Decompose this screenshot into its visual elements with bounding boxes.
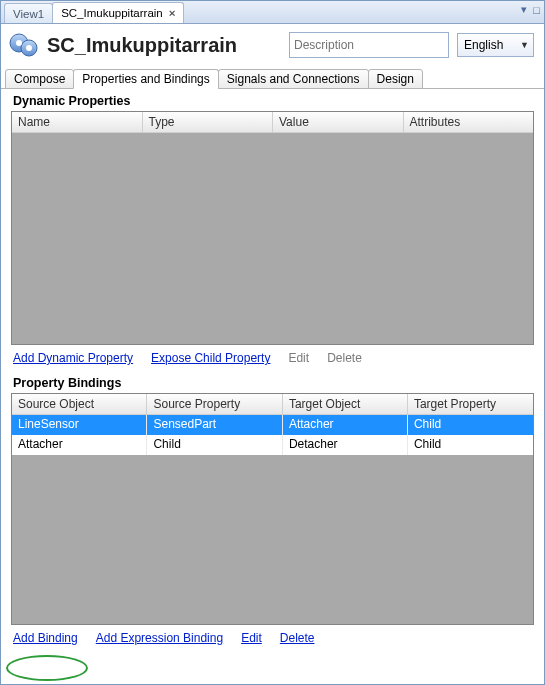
bindings-body: LineSensorSensedPartAttacherChildAttache… (12, 415, 533, 624)
property-bindings-title: Property Bindings (1, 371, 544, 393)
cell: SensedPart (147, 415, 282, 435)
close-icon[interactable]: × (169, 7, 176, 19)
col-attributes[interactable]: Attributes (404, 112, 534, 132)
cell: Attacher (12, 435, 147, 455)
property-bindings-grid[interactable]: Source Object Source Property Target Obj… (11, 393, 534, 625)
chevron-down-icon: ▼ (520, 40, 529, 50)
dynamic-properties-grid[interactable]: Name Type Value Attributes (11, 111, 534, 345)
svg-point-3 (26, 45, 32, 51)
col-target-object[interactable]: Target Object (283, 394, 408, 414)
cell: Child (408, 415, 533, 435)
col-source-object[interactable]: Source Object (12, 394, 147, 414)
delete-binding-link[interactable]: Delete (280, 631, 315, 645)
col-type[interactable]: Type (143, 112, 274, 132)
cell: LineSensor (12, 415, 147, 435)
dynprops-body (12, 133, 533, 344)
window-tab-component[interactable]: SC_Imukuppitarrain × (52, 2, 184, 23)
subtabs: Compose Properties and Bindings Signals … (1, 66, 544, 89)
dynprops-header: Name Type Value Attributes (12, 112, 533, 133)
tab-label: View1 (13, 8, 44, 20)
bindings-header: Source Object Source Property Target Obj… (12, 394, 533, 415)
description-input[interactable] (289, 32, 449, 58)
col-value[interactable]: Value (273, 112, 404, 132)
edit-dynprop-link: Edit (288, 351, 309, 365)
pin-icon[interactable]: ▾ (521, 3, 527, 16)
cell: Child (408, 435, 533, 455)
component-header: SC_Imukuppitarrain English ▼ (1, 24, 544, 66)
col-source-property[interactable]: Source Property (147, 394, 282, 414)
cell: Attacher (283, 415, 408, 435)
language-select[interactable]: English ▼ (457, 33, 534, 57)
tab-signals-connections[interactable]: Signals and Connections (218, 69, 369, 89)
edit-binding-link[interactable]: Edit (241, 631, 262, 645)
cell: Child (147, 435, 282, 455)
add-expression-binding-link[interactable]: Add Expression Binding (96, 631, 223, 645)
svg-point-2 (16, 40, 22, 46)
col-target-property[interactable]: Target Property (408, 394, 533, 414)
dynprops-actions: Add Dynamic Property Expose Child Proper… (1, 345, 544, 371)
expose-child-property-link[interactable]: Expose Child Property (151, 351, 270, 365)
tab-design[interactable]: Design (368, 69, 423, 89)
add-binding-link[interactable]: Add Binding (13, 631, 78, 645)
component-icon (9, 30, 39, 60)
table-row[interactable]: AttacherChildDetacherChild (12, 435, 533, 455)
col-name[interactable]: Name (12, 112, 143, 132)
window-tabstrip: View1 SC_Imukuppitarrain × ▾ □ (1, 1, 544, 24)
language-label: English (464, 38, 503, 52)
bindings-actions: Add Binding Add Expression Binding Edit … (1, 625, 544, 651)
tab-compose[interactable]: Compose (5, 69, 74, 89)
table-row[interactable]: LineSensorSensedPartAttacherChild (12, 415, 533, 435)
highlight-annotation (6, 655, 88, 681)
dynamic-properties-title: Dynamic Properties (1, 89, 544, 111)
tab-properties-bindings[interactable]: Properties and Bindings (73, 69, 218, 89)
maximize-icon[interactable]: □ (533, 4, 540, 16)
page-title: SC_Imukuppitarrain (47, 34, 281, 57)
delete-dynprop-link: Delete (327, 351, 362, 365)
add-dynamic-property-link[interactable]: Add Dynamic Property (13, 351, 133, 365)
cell: Detacher (283, 435, 408, 455)
tab-label: SC_Imukuppitarrain (61, 7, 163, 19)
window-tab-view1[interactable]: View1 (4, 3, 53, 23)
